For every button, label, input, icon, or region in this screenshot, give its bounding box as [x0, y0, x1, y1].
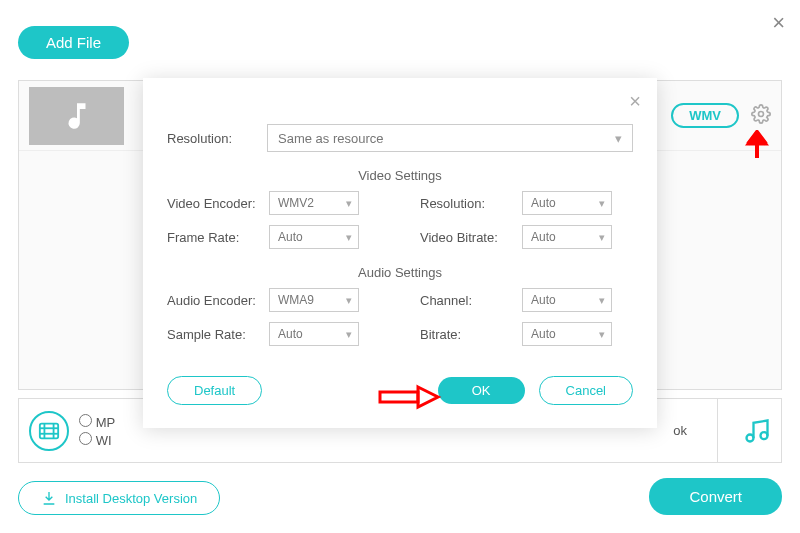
frame-rate-select[interactable]: Auto	[269, 225, 359, 249]
channel-label: Channel:	[420, 293, 522, 308]
bitrate-select[interactable]: Auto	[522, 322, 612, 346]
install-label: Install Desktop Version	[65, 491, 197, 506]
radio-label: MP	[96, 415, 116, 430]
modal-close-icon[interactable]: ×	[629, 90, 641, 113]
svg-point-7	[761, 432, 768, 439]
cancel-button[interactable]: Cancel	[539, 376, 633, 405]
audio-encoder-label: Audio Encoder:	[167, 293, 269, 308]
audio-encoder-select[interactable]: WMA9	[269, 288, 359, 312]
audio-settings-header: Audio Settings	[167, 265, 633, 280]
radio-option-1[interactable]: MP	[79, 414, 115, 430]
svg-point-0	[759, 111, 764, 116]
ok-button[interactable]: OK	[438, 377, 525, 404]
resolution-select[interactable]: Same as resource	[267, 124, 633, 152]
svg-rect-8	[380, 392, 418, 402]
file-thumbnail	[29, 87, 124, 145]
video-bitrate-label: Video Bitrate:	[420, 230, 522, 245]
frame-rate-label: Frame Rate:	[167, 230, 269, 245]
radio-option-2[interactable]: WI	[79, 432, 115, 448]
video-format-icon[interactable]	[29, 411, 69, 451]
close-icon[interactable]: ×	[772, 10, 785, 36]
annotation-arrow-gear	[744, 130, 770, 160]
sample-rate-select[interactable]: Auto	[269, 322, 359, 346]
svg-point-6	[747, 434, 754, 441]
video-bitrate-select[interactable]: Auto	[522, 225, 612, 249]
video-encoder-select[interactable]: WMV2	[269, 191, 359, 215]
gear-icon	[751, 104, 771, 124]
sample-rate-label: Sample Rate:	[167, 327, 269, 342]
music-note-icon	[60, 99, 94, 133]
video-encoder-label: Video Encoder:	[167, 196, 269, 211]
bitrate-label: Bitrate:	[420, 327, 522, 342]
default-button[interactable]: Default	[167, 376, 262, 405]
convert-button[interactable]: Convert	[649, 478, 782, 515]
video-resolution-select[interactable]: Auto	[522, 191, 612, 215]
channel-select[interactable]: Auto	[522, 288, 612, 312]
text-fragment: ok	[673, 423, 687, 438]
resolution-label: Resolution:	[167, 131, 267, 146]
annotation-arrow-ok	[378, 383, 442, 411]
settings-modal: × Resolution: Same as resource Video Set…	[143, 78, 657, 428]
format-radio-group: MP WI	[79, 412, 115, 450]
video-resolution-label: Resolution:	[420, 196, 522, 211]
add-file-button[interactable]: Add File	[18, 26, 129, 59]
download-icon	[41, 490, 57, 506]
video-settings-header: Video Settings	[167, 168, 633, 183]
format-badge[interactable]: WMV	[671, 103, 739, 128]
install-desktop-button[interactable]: Install Desktop Version	[18, 481, 220, 515]
radio-label: WI	[96, 433, 112, 448]
audio-format-icon[interactable]	[717, 399, 771, 462]
settings-gear-button[interactable]	[751, 104, 771, 128]
svg-rect-1	[40, 423, 58, 438]
